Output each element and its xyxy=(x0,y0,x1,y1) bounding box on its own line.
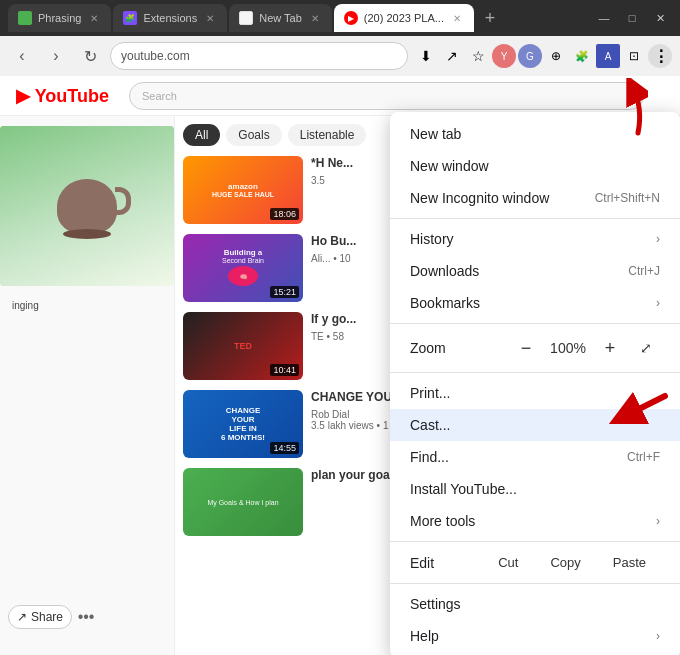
browser-toolbar: ‹ › ↻ youtube.com ⬇ ↗ ☆ Y G ⊕ 🧩 A ⊡ ⋮ xyxy=(0,36,680,76)
tab-close-newtab[interactable]: ✕ xyxy=(308,11,322,25)
tab-close-extensions[interactable]: ✕ xyxy=(203,11,217,25)
download-icon[interactable]: ⬇ xyxy=(414,44,438,68)
tab-favicon-extensions: 🧩 xyxy=(123,11,137,25)
menu-item-more-tools[interactable]: More tools › xyxy=(390,505,680,537)
back-button[interactable]: ‹ xyxy=(8,42,36,70)
yt-search-placeholder: Search xyxy=(142,90,177,102)
menu-item-cast[interactable]: Cast... xyxy=(390,409,680,441)
menu-item-downloads[interactable]: Downloads Ctrl+J xyxy=(390,255,680,287)
menu-item-new-tab[interactable]: New tab xyxy=(390,118,680,150)
extension-icon-2[interactable]: A xyxy=(596,44,620,68)
menu-item-downloads-label: Downloads xyxy=(410,263,628,279)
menu-item-install-yt[interactable]: Install YouTube... xyxy=(390,473,680,505)
video-duration-4: 14:55 xyxy=(270,442,299,454)
menu-item-new-window-label: New window xyxy=(410,158,660,174)
menu-item-bookmarks[interactable]: Bookmarks › xyxy=(390,287,680,319)
menu-item-incognito-shortcut: Ctrl+Shift+N xyxy=(595,191,660,205)
menu-item-more-tools-label: More tools xyxy=(410,513,656,529)
menu-item-print[interactable]: Print... xyxy=(390,377,680,409)
more-options-button[interactable]: ••• xyxy=(72,603,100,631)
bookmark-icon[interactable]: ☆ xyxy=(466,44,490,68)
chip-all[interactable]: All xyxy=(183,124,220,146)
edit-row: Edit Cut Copy Paste xyxy=(390,546,680,579)
menu-divider-1 xyxy=(390,218,680,219)
more-icon: ••• xyxy=(78,608,95,626)
tab-label-phrasing: Phrasing xyxy=(38,12,81,24)
yt-search-bar[interactable]: Search xyxy=(129,82,644,110)
video-thumb-4[interactable]: CHANGE YOUR LIFE IN 6 MONTHS! 14:55 xyxy=(183,390,303,458)
tab-extensions[interactable]: 🧩 Extensions ✕ xyxy=(113,4,227,32)
sidebar-label: ing xyxy=(12,300,25,311)
profile-icon-1[interactable]: Y xyxy=(492,44,516,68)
video-thumb-2[interactable]: Building a Second Brain 🧠 15:21 xyxy=(183,234,303,302)
tab-newtab[interactable]: New Tab ✕ xyxy=(229,4,332,32)
address-bar[interactable]: youtube.com xyxy=(110,42,408,70)
help-arrow: › xyxy=(656,629,660,643)
tab-youtube[interactable]: ▶ (20) 2023 PLA... ✕ xyxy=(334,4,474,32)
bookmarks-submenu-arrow: › xyxy=(656,296,660,310)
tab-favicon-newtab xyxy=(239,11,253,25)
share-label: Share xyxy=(31,610,63,624)
menu-item-downloads-shortcut: Ctrl+J xyxy=(628,264,660,278)
menu-item-incognito[interactable]: New Incognito window Ctrl+Shift+N xyxy=(390,182,680,214)
new-tab-button[interactable]: + xyxy=(476,4,504,32)
zoom-out-button[interactable]: − xyxy=(512,334,540,362)
address-text: youtube.com xyxy=(121,49,190,63)
forward-button[interactable]: › xyxy=(42,42,70,70)
extension-icon-1[interactable]: 🧩 xyxy=(570,44,594,68)
menu-item-bookmarks-label: Bookmarks xyxy=(410,295,656,311)
menu-divider-5 xyxy=(390,583,680,584)
chip-listenable[interactable]: Listenable xyxy=(288,124,367,146)
chip-goals[interactable]: Goals xyxy=(226,124,281,146)
cut-button[interactable]: Cut xyxy=(484,550,532,575)
yt-sidebar: inging ↗ Share ••• xyxy=(0,116,175,655)
video-duration-3: 10:41 xyxy=(270,364,299,376)
chrome-icon[interactable]: ⊕ xyxy=(544,44,568,68)
menu-item-new-window[interactable]: New window xyxy=(390,150,680,182)
tab-close-phrasing[interactable]: ✕ xyxy=(87,11,101,25)
menu-divider-4 xyxy=(390,541,680,542)
menu-item-print-label: Print... xyxy=(410,385,660,401)
maximize-button[interactable]: □ xyxy=(620,6,644,30)
yt-header: ▶ YouTube Search xyxy=(0,76,680,116)
fullscreen-button[interactable]: ⤢ xyxy=(632,334,660,362)
menu-item-settings[interactable]: Settings xyxy=(390,588,680,620)
zoom-in-button[interactable]: + xyxy=(596,334,624,362)
menu-item-history-label: History xyxy=(410,231,656,247)
history-submenu-arrow: › xyxy=(656,232,660,246)
copy-button[interactable]: Copy xyxy=(536,550,594,575)
video-thumb-3[interactable]: TED 10:41 xyxy=(183,312,303,380)
video-thumb-5[interactable]: My Goals & How I plan xyxy=(183,468,303,536)
share-button[interactable]: ↗ Share xyxy=(8,605,72,629)
tab-label-extensions: Extensions xyxy=(143,12,197,24)
menu-divider-3 xyxy=(390,372,680,373)
sidebar-writing-text: inging xyxy=(0,286,174,325)
menu-item-find[interactable]: Find... Ctrl+F xyxy=(390,441,680,473)
menu-divider-2 xyxy=(390,323,680,324)
share-toolbar-icon[interactable]: ↗ xyxy=(440,44,464,68)
three-dots-menu-button[interactable]: ⋮ xyxy=(648,44,672,68)
reload-button[interactable]: ↻ xyxy=(76,42,104,70)
menu-item-install-yt-label: Install YouTube... xyxy=(410,481,660,497)
menu-item-help[interactable]: Help › xyxy=(390,620,680,652)
menu-item-settings-label: Settings xyxy=(410,596,660,612)
menu-item-find-label: Find... xyxy=(410,449,627,465)
sidebar-background-image xyxy=(0,126,174,286)
paste-button[interactable]: Paste xyxy=(599,550,660,575)
video-duration-2: 15:21 xyxy=(270,286,299,298)
tab-bar: Phrasing ✕ 🧩 Extensions ✕ New Tab ✕ ▶ (2… xyxy=(0,0,680,36)
video-thumb-1[interactable]: amazon HUGE SALE HAUL 18:06 xyxy=(183,156,303,224)
split-view-icon[interactable]: ⊡ xyxy=(622,44,646,68)
tab-close-youtube[interactable]: ✕ xyxy=(450,11,464,25)
tab-phrasing[interactable]: Phrasing ✕ xyxy=(8,4,111,32)
profile-icon-2[interactable]: G xyxy=(518,44,542,68)
close-button[interactable]: ✕ xyxy=(648,6,672,30)
menu-item-history[interactable]: History › xyxy=(390,223,680,255)
minimize-button[interactable]: — xyxy=(592,6,616,30)
tab-label-newtab: New Tab xyxy=(259,12,302,24)
menu-item-incognito-label: New Incognito window xyxy=(410,190,595,206)
video-duration-1: 18:06 xyxy=(270,208,299,220)
toolbar-icons: ⬇ ↗ ☆ Y G ⊕ 🧩 A ⊡ ⋮ xyxy=(414,44,672,68)
menu-item-new-tab-label: New tab xyxy=(410,126,660,142)
edit-label: Edit xyxy=(410,555,480,571)
